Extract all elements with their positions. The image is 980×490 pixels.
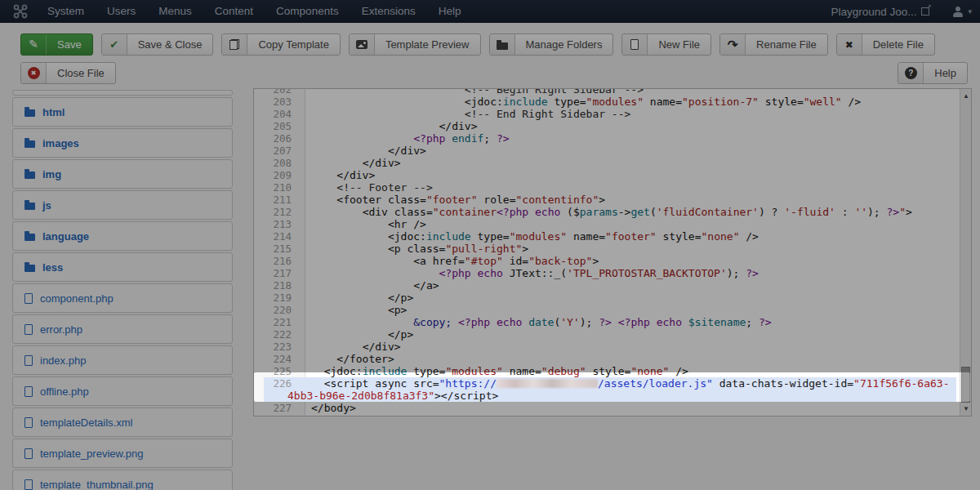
editor-scrollbar[interactable]: ▲ ▼ — [960, 89, 971, 416]
code-line-210[interactable]: 210 <!-- Footer --> — [254, 181, 960, 194]
sidebar-item-less[interactable]: less — [12, 252, 233, 282]
code-line-207[interactable]: 207 </div> — [254, 145, 960, 157]
code-line-222[interactable]: 222 </p> — [254, 328, 960, 341]
sidebar-item-label: offline.php — [40, 385, 89, 398]
rename-file-button[interactable]: Rename File — [719, 33, 828, 56]
folder-icon — [24, 140, 35, 148]
manage-folders-button[interactable]: Manage Folders — [489, 33, 614, 56]
sidebar-item-label: img — [42, 168, 61, 180]
line-number: 221 — [254, 316, 305, 328]
code-line-204[interactable]: 204 <!-- End Right Sidebar --> — [254, 108, 960, 120]
code-line-205[interactable]: 205 </div> — [254, 120, 960, 132]
save-close-label: Save & Close — [127, 34, 213, 55]
code-line-212[interactable]: 212 <div class="container<?php echo ($pa… — [254, 206, 960, 218]
code-line-202[interactable]: 202 <!-- Begin Right Sidebar --> — [254, 88, 960, 96]
user-menu[interactable]: ▾ — [952, 7, 972, 17]
code-line-209[interactable]: 209 </div> — [254, 169, 960, 181]
help-button[interactable]: Help — [898, 62, 968, 84]
template-preview-button[interactable]: Template Preview — [349, 33, 481, 56]
nav-item-extensions[interactable]: Extensions — [350, 0, 427, 23]
image-icon — [350, 34, 375, 55]
code-lines[interactable]: 202 <!-- Begin Right Sidebar -->203 <jdo… — [254, 88, 960, 416]
x-icon — [837, 34, 862, 55]
delete-file-button[interactable]: Delete File — [836, 33, 935, 56]
scrollbar-thumb[interactable] — [961, 367, 970, 403]
code-line-224[interactable]: 224 </footer> — [254, 353, 960, 365]
code-line-206[interactable]: 206 <?php endif; ?> — [254, 132, 960, 145]
code-line-218[interactable]: 218 </a> — [254, 279, 960, 292]
new-file-button[interactable]: New File — [621, 33, 711, 56]
nav-item-content[interactable]: Content — [203, 0, 265, 23]
copy-template-button[interactable]: Copy Template — [221, 33, 340, 56]
code-line-225[interactable]: 225 <jdoc:include type="modules" name="d… — [254, 365, 960, 377]
sidebar-item-index.php[interactable]: index.php — [12, 345, 233, 375]
copy-template-label: Copy Template — [247, 34, 339, 55]
sidebar-item-error.php[interactable]: error.php — [12, 314, 233, 344]
site-preview-link[interactable]: Playground Joo... — [831, 6, 929, 18]
sidebar-item-offline.php[interactable]: offline.php — [12, 376, 233, 406]
toolbar-row1: SaveSave & CloseCopy TemplateTemplate Pr… — [20, 33, 935, 56]
nav-item-components[interactable]: Components — [265, 0, 350, 23]
nav-item-menus[interactable]: Menus — [147, 0, 203, 23]
line-number: 206 — [254, 132, 305, 145]
sidebar-item-label: templateDetails.xml — [40, 416, 132, 429]
code-line-223[interactable]: 223 </div> — [254, 341, 960, 353]
code-line-226[interactable]: 226 <script async src="https:///assets/l… — [254, 377, 960, 402]
line-number: 218 — [254, 279, 305, 292]
code-line-217[interactable]: 217 <?php echo JText::_('TPL_PROTOSTAR_B… — [254, 267, 960, 279]
code-line-211[interactable]: 211 <footer class="footer" role="content… — [254, 194, 960, 206]
topnav-right: Playground Joo... ▾ — [831, 0, 972, 23]
code-line-221[interactable]: 221 &copy; <?php echo date('Y'); ?> <?ph… — [254, 316, 960, 328]
code-editor[interactable]: 202 <!-- Begin Right Sidebar -->203 <jdo… — [253, 88, 972, 416]
sidebar-item-label: component.php — [40, 292, 114, 305]
folder-icon — [24, 109, 35, 117]
sidebar-item-component.php[interactable]: component.php — [12, 283, 233, 313]
line-number: 209 — [254, 169, 305, 181]
file-icon — [24, 448, 33, 459]
sidebar-item-images[interactable]: images — [12, 128, 233, 158]
scroll-up-arrow-icon[interactable]: ▲ — [960, 91, 972, 101]
sidebar-item-label: template_thumbnail.png — [40, 479, 154, 490]
save-button[interactable]: Save — [20, 33, 93, 56]
code-line-208[interactable]: 208 </div> — [254, 157, 960, 169]
code-line-213[interactable]: 213 <hr /> — [254, 218, 960, 230]
nav-item-help[interactable]: Help — [427, 0, 473, 23]
folder-icon — [490, 34, 515, 55]
cancel-icon — [21, 63, 47, 83]
sidebar-item-label: index.php — [40, 354, 86, 367]
sidebar-item-template_preview.png[interactable]: template_preview.png — [12, 439, 233, 468]
joomla-logo-icon[interactable] — [13, 4, 28, 19]
sidebar-item-language[interactable]: language — [12, 221, 233, 251]
sidebar-item-template_thumbnail.png[interactable]: template_thumbnail.png — [12, 470, 233, 490]
line-number: 208 — [254, 157, 305, 169]
sidebar-item-img[interactable]: img — [12, 159, 233, 189]
sidebar-item-templateDetails.xml[interactable]: templateDetails.xml — [12, 408, 233, 437]
code-line-215[interactable]: 215 <p class="pull-right"> — [254, 243, 960, 255]
close-file-button[interactable]: Close File — [20, 62, 116, 84]
line-number: 204 — [254, 108, 305, 120]
list-item-partial[interactable] — [12, 90, 233, 96]
code-line-227[interactable]: 227</body> — [254, 402, 960, 414]
site-name-label: Playground Joo... — [831, 6, 916, 18]
topnav-menu: SystemUsersMenusContentComponentsExtensi… — [36, 0, 472, 23]
chevron-down-icon: ▾ — [968, 7, 972, 16]
folder-icon — [24, 265, 35, 272]
nav-item-users[interactable]: Users — [96, 0, 147, 23]
sidebar-item-label: language — [42, 230, 89, 243]
nav-item-system[interactable]: System — [36, 0, 96, 23]
code-line-214[interactable]: 214 <jdoc:include type="modules" name="f… — [254, 230, 960, 243]
file-icon — [24, 479, 33, 490]
redo-icon — [720, 34, 746, 55]
code-line-203[interactable]: 203 <jdoc:include type="modules" name="p… — [254, 96, 960, 108]
save-close-button[interactable]: Save & Close — [101, 33, 214, 56]
user-icon — [952, 7, 964, 17]
code-line-216[interactable]: 216 <a href="#top" id="back-top"> — [254, 255, 960, 267]
sidebar-item-js[interactable]: js — [12, 190, 233, 220]
code-line-228[interactable]: 228</html> — [254, 414, 960, 416]
sidebar-item-html[interactable]: html — [12, 97, 233, 127]
code-line-220[interactable]: 220 <p> — [254, 304, 960, 316]
line-number: 210 — [254, 181, 305, 194]
sidebar-item-label: images — [42, 137, 79, 149]
code-line-219[interactable]: 219 </p> — [254, 292, 960, 304]
scroll-down-arrow-icon[interactable]: ▼ — [960, 403, 972, 414]
